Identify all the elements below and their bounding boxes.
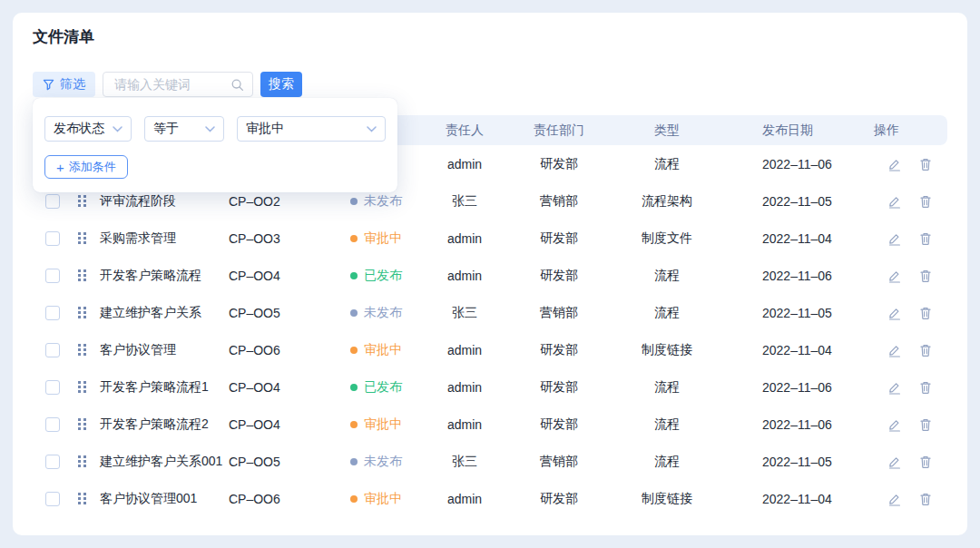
department-cell: 营销部: [506, 305, 612, 321]
filter-field-select[interactable]: 发布状态: [44, 116, 132, 142]
drag-handle-icon[interactable]: [78, 455, 86, 467]
delete-icon[interactable]: [918, 194, 933, 209]
type-cell: 流程: [612, 379, 722, 396]
edit-icon[interactable]: [887, 157, 902, 171]
person-cell: admin: [423, 380, 506, 395]
type-cell: 流程: [612, 268, 722, 284]
header-actions: 操作: [864, 122, 947, 139]
type-cell: 流程: [612, 305, 722, 321]
row-checkbox[interactable]: [45, 417, 60, 432]
table-row: 建立维护客户关系 CP–OO5 未发布 张三 营销部 流程 2022–11–05: [33, 294, 947, 331]
edit-icon[interactable]: [887, 380, 902, 395]
status-dot-icon: [350, 198, 358, 205]
actions-cell: [864, 269, 947, 283]
file-name-cell: 评审流程阶段: [98, 193, 227, 210]
table-row: 建立维护客户关系001 CP–OO5 未发布 张三 营销部 流程 2022–11…: [33, 443, 947, 480]
edit-icon[interactable]: [887, 417, 902, 432]
filter-funnel-icon: [43, 79, 54, 91]
drag-handle-icon[interactable]: [78, 269, 86, 281]
row-checkbox[interactable]: [45, 492, 60, 506]
type-cell: 制度链接: [612, 491, 722, 507]
date-cell: 2022–11–06: [722, 417, 864, 432]
file-name-cell: 客户协议管理001: [98, 491, 227, 507]
row-checkbox[interactable]: [45, 231, 60, 246]
person-cell: admin: [423, 269, 506, 283]
status-dot-icon: [350, 384, 358, 391]
delete-icon[interactable]: [918, 417, 933, 432]
file-list-card: 文件清单 筛选 搜索 发布状态: [13, 13, 967, 535]
edit-icon[interactable]: [887, 269, 902, 283]
edit-icon[interactable]: [887, 343, 902, 357]
search-box: [103, 72, 253, 97]
drag-handle-icon[interactable]: [78, 344, 86, 356]
edit-icon[interactable]: [887, 492, 902, 506]
department-cell: 营销部: [506, 454, 612, 470]
delete-icon[interactable]: [918, 380, 933, 395]
filter-operator-select[interactable]: 等于: [144, 116, 224, 142]
file-code-cell: CP–OO4: [227, 417, 347, 432]
search-button[interactable]: 搜索: [260, 72, 302, 97]
delete-icon[interactable]: [918, 306, 933, 320]
table-row: 开发客户策略流程2 CP–OO4 审批中 admin 研发部 流程 2022–1…: [33, 406, 947, 443]
drag-handle-icon[interactable]: [78, 381, 86, 393]
actions-cell: [864, 492, 947, 506]
department-cell: 研发部: [506, 268, 612, 284]
status-label: 审批中: [364, 230, 402, 247]
row-checkbox[interactable]: [45, 306, 60, 320]
filter-button[interactable]: 筛选: [33, 72, 95, 97]
table-row: 客户协议管理001 CP–OO6 审批中 admin 研发部 制度链接 2022…: [33, 480, 947, 517]
chevron-down-icon: [367, 126, 377, 132]
drag-handle-icon[interactable]: [78, 493, 86, 504]
department-cell: 研发部: [506, 156, 612, 172]
row-checkbox[interactable]: [45, 269, 60, 283]
delete-icon[interactable]: [918, 455, 933, 469]
type-cell: 流程: [612, 156, 722, 172]
drag-handle-icon[interactable]: [78, 418, 86, 430]
file-code-cell: CP–OO5: [227, 455, 347, 469]
status-cell: 未发布: [347, 193, 423, 210]
filter-field-value: 发布状态: [54, 121, 104, 137]
status-dot-icon: [350, 421, 358, 428]
status-dot-icon: [350, 309, 358, 317]
plus-icon: +: [56, 161, 64, 174]
delete-icon[interactable]: [918, 343, 933, 357]
row-checkbox[interactable]: [45, 380, 60, 395]
person-cell: admin: [423, 492, 506, 506]
search-input[interactable]: [113, 76, 232, 93]
file-name-cell: 开发客户策略流程1: [98, 379, 227, 396]
date-cell: 2022–11–04: [722, 492, 864, 506]
department-cell: 研发部: [506, 379, 612, 396]
date-cell: 2022–11–06: [722, 269, 864, 283]
header-type: 类型: [612, 122, 722, 139]
add-condition-label: 添加条件: [69, 159, 116, 175]
row-checkbox[interactable]: [45, 194, 60, 209]
status-cell: 审批中: [347, 416, 423, 433]
delete-icon[interactable]: [918, 231, 933, 246]
row-checkbox[interactable]: [45, 343, 60, 357]
edit-icon[interactable]: [887, 306, 902, 320]
add-condition-button[interactable]: + 添加条件: [44, 155, 128, 179]
status-cell: 已发布: [347, 268, 423, 284]
row-checkbox[interactable]: [45, 455, 60, 469]
chevron-down-icon: [113, 126, 122, 132]
status-cell: 审批中: [347, 230, 423, 247]
drag-handle-icon[interactable]: [78, 307, 86, 318]
delete-icon[interactable]: [918, 492, 933, 506]
delete-icon[interactable]: [918, 157, 933, 171]
chevron-down-icon: [205, 126, 215, 132]
actions-cell: [864, 343, 947, 357]
drag-handle-icon[interactable]: [78, 195, 86, 207]
edit-icon[interactable]: [887, 231, 902, 246]
edit-icon[interactable]: [887, 194, 902, 209]
filter-value-select[interactable]: 审批中: [237, 116, 386, 142]
status-label: 已发布: [364, 379, 402, 396]
actions-cell: [864, 306, 947, 320]
type-cell: 制度文件: [612, 230, 722, 247]
delete-icon[interactable]: [918, 269, 933, 283]
status-label: 审批中: [364, 491, 402, 507]
edit-icon[interactable]: [887, 455, 902, 469]
status-dot-icon: [350, 495, 358, 503]
status-label: 未发布: [364, 193, 402, 210]
person-cell: admin: [423, 157, 506, 171]
drag-handle-icon[interactable]: [78, 232, 86, 244]
